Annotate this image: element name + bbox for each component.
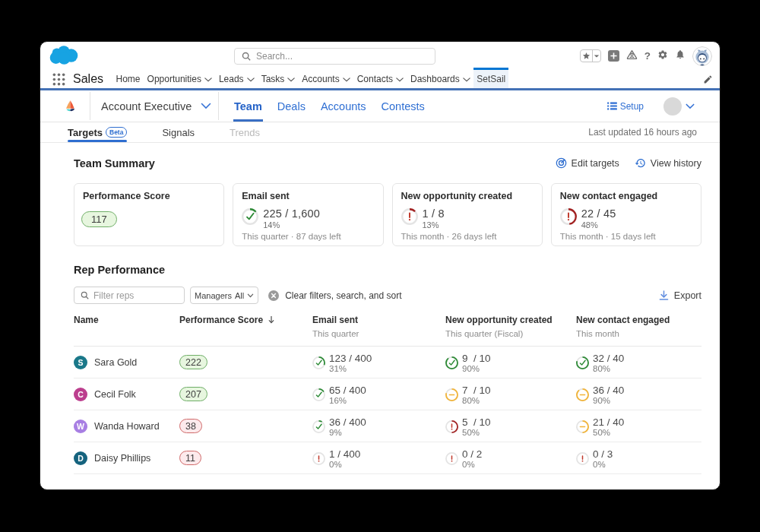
nav-item-accounts[interactable]: Accounts: [299, 70, 353, 88]
column-header[interactable]: New contact engaged: [576, 315, 670, 325]
astro-avatar[interactable]: [692, 46, 712, 66]
quick-add-icon[interactable]: [608, 50, 619, 62]
clear-filters-button[interactable]: Clear filters, search, and sort: [268, 290, 401, 301]
edit-nav-pencil-icon[interactable]: [703, 74, 713, 87]
metric-percent: 0%: [462, 460, 482, 470]
card-progress-ring: [560, 208, 577, 225]
summary-card-3: New contact engaged 22 / 45 48% This mon…: [551, 183, 701, 246]
filter-reps-input[interactable]: [93, 290, 177, 301]
nav-item-opportunities[interactable]: Opportunities: [144, 70, 215, 88]
gear-icon[interactable]: [657, 49, 668, 63]
favorites-caret-icon[interactable]: [592, 50, 600, 62]
favorites-star-icon[interactable]: [581, 50, 592, 62]
filter-reps-input-wrap[interactable]: [74, 287, 185, 304]
card-body: 1 / 8 13%: [401, 208, 531, 230]
chevron-down-icon: [201, 103, 211, 109]
metric-ring: [576, 420, 589, 433]
rep-avatar: W: [74, 420, 87, 433]
global-header: ?: [40, 42, 720, 70]
role-selector[interactable]: Account Executive: [90, 90, 218, 122]
table-cell-score: 11: [179, 442, 312, 474]
nav-item-dashboards[interactable]: Dashboards: [407, 70, 474, 88]
team-summary-title: Team Summary: [74, 157, 155, 169]
subtab-trends[interactable]: Trends: [230, 122, 260, 142]
profile-menu[interactable]: [663, 97, 695, 116]
table-cell-name: W Wanda Howard: [74, 410, 179, 442]
metric-text: 7 / 10 80%: [462, 385, 491, 406]
header-tab-contests[interactable]: Contests: [374, 90, 432, 122]
metric-text: 9 / 10 90%: [462, 353, 491, 374]
trailhead-icon[interactable]: [626, 49, 638, 63]
metric: 36 / 400 9%: [312, 416, 445, 438]
name-cell: C Cecil Folk: [74, 388, 179, 401]
metric-value: 5 / 10: [462, 416, 491, 428]
nav-tab-setsail[interactable]: SetSail: [473, 68, 508, 88]
setup-list-icon: [607, 102, 617, 110]
global-search[interactable]: [234, 48, 435, 65]
search-icon: [242, 52, 251, 61]
card-percent: 48%: [581, 221, 616, 230]
metric-ring: [576, 388, 589, 401]
column-header[interactable]: Name: [74, 315, 99, 325]
bell-icon[interactable]: [675, 49, 686, 63]
table-cell-opportunity: 9 / 10 90%: [445, 347, 576, 378]
managers-select[interactable]: Managers All: [190, 287, 258, 304]
rep-name[interactable]: Sara Gold: [94, 357, 137, 368]
nav-item-label: Accounts: [302, 74, 339, 84]
app-launcher-icon[interactable]: [52, 73, 65, 86]
rep-performance-header-row: Rep Performance: [74, 263, 701, 276]
column-header[interactable]: Email sent: [312, 315, 358, 325]
metric-percent: 90%: [593, 396, 624, 406]
profile-avatar[interactable]: [663, 97, 682, 116]
metric-percent: 50%: [593, 428, 624, 438]
card-title: New contact engaged: [560, 191, 690, 201]
rep-name[interactable]: Cecil Folk: [94, 389, 136, 400]
app-name: Sales: [73, 72, 103, 86]
metric: 9 / 10 90%: [445, 353, 576, 374]
search-input[interactable]: [256, 51, 408, 62]
header-tab-team[interactable]: Team: [226, 90, 270, 122]
rep-row-sara-gold: S Sara Gold 222 123 / 400 31% 9 / 10 90%…: [74, 347, 701, 378]
score-pill: 11: [179, 451, 201, 465]
card-percent: 14%: [263, 221, 320, 230]
setup-button[interactable]: Setup: [607, 101, 644, 112]
nav-item-home[interactable]: Home: [112, 70, 144, 88]
header-tabs: TeamDealsAccountsContests: [226, 90, 432, 122]
performance-score-pill: 117: [81, 211, 117, 227]
subtab-targets[interactable]: TargetsBeta: [68, 122, 127, 142]
column-header[interactable]: New opportunity created: [445, 315, 553, 325]
metric-percent: 9%: [329, 428, 366, 438]
help-icon[interactable]: ?: [644, 50, 651, 62]
clear-filters-label: Clear filters, search, and sort: [285, 290, 401, 301]
header-tab-accounts[interactable]: Accounts: [313, 90, 374, 122]
score-pill: 207: [179, 387, 207, 401]
filter-row: Managers All Clear filters, search, and …: [74, 287, 701, 304]
metric-value: 36 / 400: [329, 416, 366, 428]
nav-item-leads[interactable]: Leads: [215, 70, 258, 88]
nav-item-label: Home: [116, 74, 141, 84]
managers-value: All: [235, 291, 244, 300]
table-cell-name: C Cecil Folk: [74, 378, 179, 410]
nav-item-tasks[interactable]: Tasks: [258, 70, 299, 88]
rep-table-body: S Sara Gold 222 123 / 400 31% 9 / 10 90%…: [74, 347, 701, 474]
metric-value: 9 / 10: [462, 353, 491, 364]
header-tab-deals[interactable]: Deals: [270, 90, 313, 122]
chevron-down-icon: [396, 78, 404, 82]
view-history-button[interactable]: View history: [635, 157, 701, 169]
beta-badge: Beta: [106, 127, 127, 138]
subtab-signals[interactable]: Signals: [162, 122, 195, 142]
nav-item-contacts[interactable]: Contacts: [353, 70, 407, 88]
export-button[interactable]: Export: [659, 290, 701, 301]
metric-value: 1 / 400: [329, 448, 360, 460]
rep-name[interactable]: Daisy Phillips: [94, 453, 150, 464]
favorites-button[interactable]: [580, 49, 601, 62]
table-cell-contact: 21 / 40 50%: [576, 410, 701, 442]
metric-value: 21 / 40: [593, 416, 624, 428]
card-progress-ring: [242, 208, 258, 225]
column-header[interactable]: Performance Score: [179, 315, 263, 325]
metric-percent: 16%: [329, 396, 366, 406]
card-progress-text: 225 / 1,600 14%: [263, 208, 320, 230]
sort-desc-icon: [268, 315, 275, 324]
rep-name[interactable]: Wanda Howard: [94, 421, 160, 432]
edit-targets-button[interactable]: Edit targets: [556, 157, 619, 169]
